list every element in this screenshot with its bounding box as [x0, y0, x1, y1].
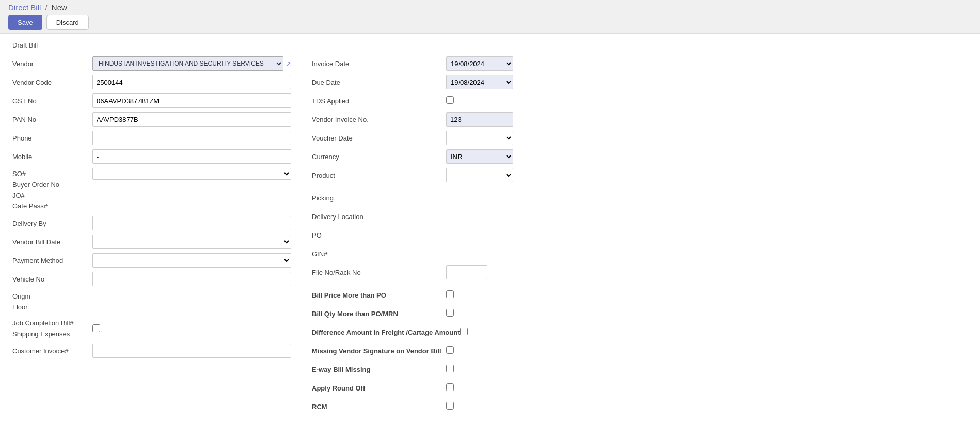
save-button[interactable]: Save — [8, 15, 42, 30]
voucher-date-value — [446, 131, 968, 145]
voucher-date-label: Voucher Date — [312, 134, 446, 142]
invoice-date-label: Invoice Date — [312, 60, 446, 68]
rcm-checkbox[interactable] — [446, 402, 454, 410]
pan-no-field-row: PAN No — [12, 112, 291, 127]
currency-label: Currency — [312, 153, 446, 161]
diff-amount-label: Difference Amount in Freight /Cartage Am… — [312, 329, 460, 336]
so-buyer-jo-gate-label: SO# Buyer Order No JO# Gate Pass# — [12, 168, 92, 212]
file-no-input[interactable] — [446, 265, 487, 279]
delivery-by-field-row: Delivery By — [12, 216, 291, 230]
rcm-value — [446, 402, 968, 411]
gst-no-label: GST No — [12, 97, 92, 105]
bill-qty-more-checkbox[interactable] — [446, 309, 454, 317]
tds-applied-checkbox[interactable] — [446, 96, 454, 104]
invoice-date-field-row: Invoice Date 19/08/2024 — [312, 56, 968, 71]
vendor-select-wrap: HINDUSTAN INVESTIGATION AND SECURITY SER… — [92, 56, 291, 71]
bill-qty-more-value — [446, 309, 968, 318]
vendor-code-field-row: Vendor Code — [12, 75, 291, 89]
picking-label: Picking — [312, 194, 446, 202]
po-label: PO — [312, 231, 446, 239]
mobile-input[interactable] — [92, 149, 291, 164]
breadcrumb-separator: / — [45, 3, 48, 12]
toolbar-buttons: Save Discard — [8, 15, 972, 30]
shipping-expenses-checkbox[interactable] — [92, 324, 100, 332]
file-no-label: File No/Rack No — [312, 269, 446, 276]
so-buyer-jo-gate-field-row: SO# Buyer Order No JO# Gate Pass# — [12, 168, 291, 212]
gst-no-field-row: GST No — [12, 93, 291, 108]
apply-round-off-checkbox[interactable] — [446, 383, 454, 391]
invoice-date-value: 19/08/2024 — [446, 56, 968, 71]
vendor-code-label: Vendor Code — [12, 79, 92, 86]
due-date-select[interactable]: 19/08/2024 — [446, 75, 513, 89]
eway-bill-value — [446, 365, 968, 374]
eway-bill-checkbox[interactable] — [446, 365, 454, 372]
vendor-code-input[interactable] — [92, 75, 291, 89]
invoice-date-select[interactable]: 19/08/2024 — [446, 56, 513, 71]
gate-pass-select[interactable] — [92, 168, 291, 180]
phone-label: Phone — [12, 134, 92, 142]
file-no-value — [446, 265, 968, 279]
top-bar: Direct Bill / New Save Discard — [0, 0, 980, 34]
vehicle-no-label: Vehicle No — [12, 275, 92, 283]
file-no-field-row: File No/Rack No — [312, 265, 968, 279]
missing-vendor-sig-checkbox[interactable] — [446, 346, 454, 354]
form-right: Invoice Date 19/08/2024 Due Date 19/08/2… — [312, 56, 968, 418]
vendor-invoice-no-field-row: Vendor Invoice No. — [312, 112, 968, 127]
eway-bill-label: E-way Bill Missing — [312, 366, 446, 373]
product-field-row: Product — [312, 168, 968, 182]
mobile-label: Mobile — [12, 153, 92, 161]
tds-applied-field-row: TDS Applied — [312, 93, 968, 108]
vehicle-no-input[interactable] — [92, 272, 291, 286]
missing-vendor-sig-value — [446, 346, 968, 355]
diff-amount-value — [460, 328, 968, 337]
delivery-location-label: Delivery Location — [312, 213, 446, 221]
vendor-invoice-no-label: Vendor Invoice No. — [312, 116, 446, 123]
vendor-invoice-no-value — [446, 112, 968, 127]
gst-no-input[interactable] — [92, 93, 291, 108]
gin-field-row: GIN# — [312, 246, 968, 261]
due-date-label: Due Date — [312, 79, 446, 86]
product-select[interactable] — [446, 168, 513, 182]
bill-price-more-checkbox[interactable] — [446, 290, 454, 298]
delivery-by-input[interactable] — [92, 216, 291, 230]
tds-applied-label: TDS Applied — [312, 97, 446, 105]
payment-method-select[interactable] — [92, 253, 291, 268]
vendor-bill-date-label: Vendor Bill Date — [12, 238, 92, 246]
diff-amount-field-row: Difference Amount in Freight /Cartage Am… — [312, 325, 968, 339]
discard-button[interactable]: Discard — [46, 15, 89, 30]
job-completion-label: Job Completion Bill# Shipping Expenses — [12, 317, 92, 340]
form-left: Vendor HINDUSTAN INVESTIGATION AND SECUR… — [12, 56, 291, 418]
diff-amount-checkbox[interactable] — [460, 328, 468, 335]
pan-no-label: PAN No — [12, 116, 92, 123]
bill-price-more-label: Bill Price More than PO — [312, 291, 446, 299]
origin-floor-field-row: Origin Floor — [12, 290, 291, 313]
rcm-field-row: RCM — [312, 399, 968, 414]
po-field-row: PO — [312, 228, 968, 242]
apply-round-off-label: Apply Round Off — [312, 384, 446, 392]
currency-select[interactable]: INR — [446, 149, 513, 164]
breadcrumb-parent[interactable]: Direct Bill — [8, 3, 41, 12]
apply-round-off-field-row: Apply Round Off — [312, 381, 968, 395]
voucher-date-select[interactable] — [446, 131, 513, 145]
mobile-field-row: Mobile — [12, 149, 291, 164]
tds-applied-value — [446, 96, 968, 105]
customer-invoice-input[interactable] — [92, 344, 291, 358]
pan-no-input[interactable] — [92, 112, 291, 127]
vendor-bill-date-select[interactable] — [92, 235, 291, 249]
currency-field-row: Currency INR — [312, 149, 968, 164]
bill-qty-more-field-row: Bill Qty More than PO/MRN — [312, 306, 968, 321]
missing-vendor-sig-label: Missing Vendor Signature on Vendor Bill — [312, 347, 446, 355]
phone-input[interactable] — [92, 131, 291, 145]
due-date-value: 19/08/2024 — [446, 75, 968, 89]
voucher-date-field-row: Voucher Date — [312, 131, 968, 145]
vendor-external-link-icon[interactable]: ↗ — [286, 60, 291, 68]
customer-invoice-field-row: Customer Invoice# — [12, 344, 291, 358]
delivery-by-label: Delivery By — [12, 220, 92, 227]
draft-status-label: Draft Bill — [12, 41, 968, 49]
phone-field-row: Phone — [12, 131, 291, 145]
vendor-invoice-no-input[interactable] — [446, 112, 513, 127]
vendor-field-row: Vendor HINDUSTAN INVESTIGATION AND SECUR… — [12, 56, 291, 71]
delivery-location-field-row: Delivery Location — [312, 209, 968, 224]
vendor-select[interactable]: HINDUSTAN INVESTIGATION AND SECURITY SER… — [92, 56, 283, 71]
bill-price-more-field-row: Bill Price More than PO — [312, 288, 968, 302]
